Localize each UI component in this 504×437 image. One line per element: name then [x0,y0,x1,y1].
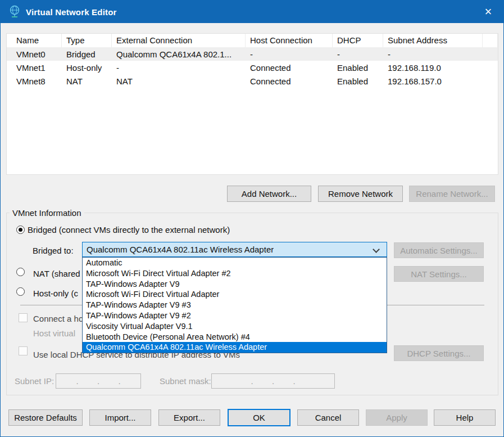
title-bar: Virtual Network Editor × [1,1,503,23]
bridged-radio-label: Bridged (connect VMs directly to the ext… [28,225,230,235]
dropdown-item-qualcomm-highlighted[interactable]: Qualcomm QCA61x4A 802.11ac Wireless Adap… [83,342,387,353]
host-only-radio-label: Host-only (c [33,289,78,298]
ok-button[interactable]: OK [228,409,290,426]
subnet-ip-field: . . . [56,373,141,389]
cell-dhcp: Enabled [333,76,383,86]
bridged-to-dropdown-list: Automatic Microsoft Wi-Fi Direct Virtual… [82,257,387,353]
nat-radio-label: NAT (shared [33,269,80,278]
cell-dhcp: Enabled [333,63,383,73]
cell-subnet: - [383,49,483,59]
cell-host: Connected [246,76,333,86]
automatic-settings-button: Automatic Settings... [394,242,484,258]
bridged-to-label: Bridged to: [33,246,74,255]
cell-external: Qualcomm QCA61x4A 802.1... [112,49,246,59]
subnet-mask-field: . . . [211,373,335,389]
dropdown-item-tap-v9-3[interactable]: TAP-Windows Adapter V9 #3 [83,300,387,310]
use-local-dhcp-checkbox [19,346,28,355]
close-button[interactable]: × [476,1,500,23]
cell-type: NAT [62,76,112,86]
subnet-mask-label: Subnet mask: [160,376,211,386]
network-list-header: Name Type External Connection Host Conne… [7,34,498,47]
cell-external: NAT [112,76,246,86]
network-globe-icon [8,4,21,19]
cell-dhcp: - [333,49,383,59]
cell-subnet: 192.168.157.0 [383,76,483,86]
table-row-vmnet0[interactable]: VMnet0 Bridged Qualcomm QCA61x4A 802.1..… [7,47,498,61]
nat-settings-button: NAT Settings... [394,266,484,282]
cell-external: - [112,63,246,73]
table-row-vmnet8[interactable]: VMnet8 NAT NAT Connected Enabled 192.168… [7,74,498,88]
column-header-dhcp[interactable]: DHCP [333,34,383,47]
column-header-name[interactable]: Name [7,34,62,47]
column-header-spacer [483,34,498,47]
bridged-to-value: Qualcomm QCA61x4A 802.11ac Wireless Adap… [83,245,274,254]
connect-host-adapter-checkbox [19,313,28,322]
import-button[interactable]: Import... [89,409,151,426]
virtual-network-editor-window: Virtual Network Editor × Name Type Exter… [0,0,504,437]
subnet-ip-label: Subnet IP: [15,376,54,386]
dropdown-item-bluetooth[interactable]: Bluetooth Device (Personal Area Network)… [83,332,387,343]
bridged-to-combobox[interactable]: Qualcomm QCA61x4A 802.11ac Wireless Adap… [82,242,387,257]
host-only-radio[interactable] [16,287,25,296]
restore-defaults-button[interactable]: Restore Defaults [8,409,83,426]
column-header-host-connection[interactable]: Host Connection [246,34,333,47]
cancel-button[interactable]: Cancel [297,409,359,426]
remove-network-button[interactable]: Remove Network [318,186,403,202]
cell-name: VMnet8 [7,76,62,86]
dropdown-item-msft-wifi-direct-2[interactable]: Microsoft Wi-Fi Direct Virtual Adapter #… [83,268,387,279]
cell-type: Bridged [62,49,112,59]
cell-host: - [246,49,333,59]
network-list[interactable]: Name Type External Connection Host Conne… [6,33,498,175]
window-title: Virtual Network Editor [26,7,117,17]
help-button[interactable]: Help [434,409,496,426]
column-header-subnet-address[interactable]: Subnet Address [383,34,483,47]
cell-host: Connected [246,63,333,73]
cell-type: Host-only [62,63,112,73]
dropdown-item-automatic[interactable]: Automatic [83,258,387,268]
dhcp-settings-button: DHCP Settings... [394,345,484,361]
cell-name: VMnet1 [7,63,62,73]
apply-button: Apply [366,409,428,426]
groupbox-label: VMnet Information [10,208,84,218]
add-network-button[interactable]: Add Network... [227,186,311,202]
connect-host-adapter-label: Connect a ho [33,314,83,323]
export-button[interactable]: Export... [158,409,220,426]
host-virtual-adapter-name-label: Host virtual [33,328,75,338]
dropdown-item-viscosity[interactable]: Viscosity Virtual Adapter V9.1 [83,321,387,332]
dropdown-item-tap-v9-2[interactable]: TAP-Windows Adapter V9 #2 [83,310,387,321]
chevron-down-icon [373,246,380,253]
table-row-vmnet1[interactable]: VMnet1 Host-only - Connected Enabled 192… [7,61,498,74]
nat-radio[interactable] [16,268,25,276]
column-header-external-connection[interactable]: External Connection [112,34,246,47]
dropdown-item-msft-wifi-direct[interactable]: Microsoft Wi-Fi Direct Virtual Adapter [83,289,387,300]
column-header-type[interactable]: Type [62,34,112,47]
rename-network-button: Rename Network... [409,186,495,202]
cell-name: VMnet0 [7,49,62,59]
cell-subnet: 192.168.119.0 [383,63,483,73]
bridged-radio[interactable] [16,226,25,234]
dropdown-item-tap-v9[interactable]: TAP-Windows Adapter V9 [83,279,387,290]
